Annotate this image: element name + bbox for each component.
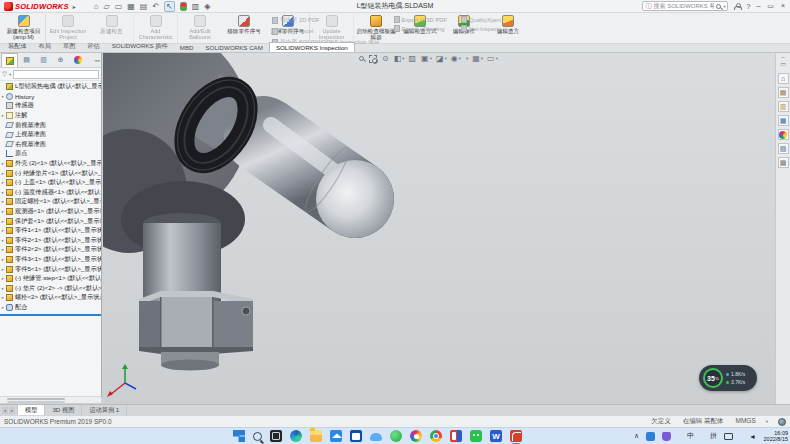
ribbon-button[interactable]: Add Characteristic [134, 14, 178, 43]
ribbon-tab[interactable]: 装配体 [2, 41, 33, 52]
ribbon-tab[interactable]: SOLIDWORKS Inspection [269, 42, 355, 52]
speed-ball-overlay[interactable]: 35% 1.8K/s 3.7K/s [699, 365, 757, 391]
minimize-button[interactable]: – [756, 2, 760, 10]
tree-item[interactable]: 右视基准面 [0, 140, 101, 150]
display-settings-icon[interactable]: ▥ [192, 2, 200, 11]
document-tab[interactable]: 运动算例 1 [82, 405, 127, 415]
tree-item[interactable]: ▸ (-) 绝缘管.step<1> (默认<<默认> [0, 274, 101, 284]
ribbon-tab[interactable]: 评估 [81, 41, 105, 52]
tree-item[interactable]: ▸ 保护套<1> (默认<<默认>_显示状 [0, 216, 101, 226]
tree-item[interactable]: 上视基准面 [0, 130, 101, 140]
previous-view-icon[interactable]: ⊙ [382, 54, 390, 63]
print-icon[interactable]: ▤ [140, 2, 148, 11]
file-explorer-icon[interactable]: ▥ [778, 101, 789, 112]
propertymanager-tab[interactable]: ▤ [18, 53, 35, 67]
tree-item[interactable]: L型铠装热电偶 (默认<默认_显示状态-1 [0, 82, 101, 92]
help-search-input[interactable]: ⓘ 搜索 SOLIDWORKS 帮助 ▾ [642, 1, 728, 11]
solidworks-resources-icon[interactable]: ⌂ [778, 73, 789, 84]
tree-item[interactable]: ▸ 配合 [0, 303, 101, 313]
select-cursor-icon[interactable]: ↖ [164, 1, 175, 12]
file-explorer-icon[interactable] [310, 430, 322, 442]
tree-item[interactable]: ▸ (-) 绝缘垫片<1> (默认<<默认>_显 [0, 168, 101, 178]
hide-show-items-icon[interactable]: ◉ ▾ [451, 54, 461, 63]
dimxpertmanager-tab[interactable]: ⊕ [52, 53, 69, 67]
start-button[interactable] [233, 430, 245, 442]
rollback-bar[interactable] [0, 314, 101, 316]
store-icon[interactable] [350, 430, 362, 442]
ribbon-button[interactable]: 移除零件序号 [222, 14, 266, 43]
status-globe-icon[interactable] [778, 418, 786, 426]
tab-scroll-arrow-icon[interactable]: ▸ [9, 407, 15, 414]
display-style-icon[interactable]: ◪ ▾ [436, 54, 447, 63]
task-view-button[interactable] [270, 430, 282, 442]
ribbon-tab[interactable]: MBD [174, 43, 200, 52]
ribbon-tab[interactable]: 布局 [33, 41, 57, 52]
ime-mode-indicator[interactable]: 拼 [701, 431, 717, 441]
edit-appearance-icon[interactable]: ▾ [465, 56, 468, 61]
tab-scroll-arrow-icon[interactable]: ◂ [2, 407, 8, 414]
filter-funnel-icon[interactable]: ▽ [2, 70, 7, 78]
pane-collapse-icon[interactable]: – [781, 55, 784, 60]
panel-horizontal-scrollbar[interactable] [0, 396, 101, 403]
app-logo[interactable]: SOLIDWORKS ▸ [0, 2, 80, 11]
tree-filter-input[interactable] [13, 70, 99, 79]
restore-button[interactable]: ▭ [767, 2, 774, 10]
3d-model[interactable] [103, 53, 775, 404]
tree-item[interactable]: ▸ 零件5<1> (默认<<默认>_显示状态 [0, 264, 101, 274]
design-library-icon[interactable]: ▤ [778, 87, 789, 98]
taskbar-clock[interactable]: 16:09 2022/8/15 [764, 430, 788, 443]
tree-item[interactable]: ▸ 零件1<1> (默认<<默认>_显示状态 [0, 226, 101, 236]
tray-app-blue-icon[interactable] [646, 432, 655, 441]
panel-tab-arrow-icon[interactable]: ▸ [98, 58, 100, 63]
view-settings-icon[interactable]: ▭ ▾ [487, 54, 498, 63]
ime-lang-indicator[interactable]: 中 [678, 431, 694, 441]
onedrive-icon[interactable] [370, 433, 382, 441]
apply-scene-icon[interactable]: ▦ ▾ [472, 54, 483, 63]
custom-properties-icon[interactable]: ▧ [778, 143, 789, 154]
configurationmanager-tab[interactable]: ▥ [35, 53, 52, 67]
tree-item[interactable]: 前视基准面 [0, 120, 101, 130]
zoom-fit-icon[interactable] [359, 56, 365, 61]
options-gear-icon[interactable]: ◈ [204, 2, 210, 11]
home-icon[interactable]: ⌂ [94, 2, 99, 11]
tree-item[interactable]: ▸ (-) 上盖<1> (默认<<默认>_显示状 [0, 178, 101, 188]
ribbon-button[interactable]: Add/Edit Balloons [178, 14, 222, 43]
tree-item[interactable]: ▸ 固定螺栓<1> (默认<<默认>_显示 [0, 197, 101, 207]
word-icon[interactable] [490, 430, 502, 442]
zoom-area-icon[interactable] [369, 55, 378, 63]
reader-app-icon[interactable] [450, 430, 462, 442]
tree-item[interactable]: ▸ 零件2<1> (默认<<默认>_显示状态 [0, 236, 101, 246]
section-view-icon[interactable]: ◧ ▾ [394, 54, 405, 63]
help-button[interactable]: ? [746, 3, 750, 10]
search-button[interactable] [253, 432, 262, 441]
tree-item[interactable]: ▸ (-) 垫片 (2)<2> -> (默认<<默认> [0, 283, 101, 293]
ribbon-tab[interactable]: SOLIDWORKS 插件 [106, 41, 174, 52]
view-palette-icon[interactable]: ▦ [778, 115, 789, 126]
solidworks-forum-icon[interactable]: ▩ [778, 157, 789, 168]
tree-item[interactable]: ▸ 螺栓<2> (默认<<默认>_显示状态 [0, 293, 101, 303]
tree-item[interactable]: ▸ 外壳 (2)<1> (默认<<默认>_显示状 [0, 159, 101, 169]
graphics-viewport[interactable]: ⊙ ◧ ▾ ▨ ▣ ▾ ◪ [103, 53, 775, 404]
cast-display-icon[interactable] [724, 432, 733, 440]
ribbon-button[interactable]: 新建检查项目(amp:M) [2, 14, 46, 43]
featuremanager-tree-tab[interactable] [1, 53, 18, 67]
ribbon-tab[interactable]: SOLIDWORKS CAM [199, 43, 268, 52]
chrome-icon[interactable] [430, 430, 442, 442]
tree-item[interactable]: ▸ 观测器<1> (默认<<默认>_显示状 [0, 207, 101, 217]
document-tab[interactable]: 3D 视图 [45, 405, 82, 415]
login-user-icon[interactable] [734, 3, 740, 10]
tree-item[interactable]: ▸ 注解 [0, 111, 101, 121]
panel-tab-scroll-arrows[interactable]: ◂▸ [94, 58, 101, 63]
pane-pin-icon[interactable]: ▭ [780, 62, 786, 67]
tree-item[interactable]: ▸ 零件3<1> (默认<<默认>_显示状态 [0, 255, 101, 265]
tree-item[interactable]: 原点 [0, 149, 101, 159]
close-button[interactable]: × [781, 2, 785, 10]
volume-icon[interactable]: ◄ [740, 432, 756, 441]
panel-tab-arrow-icon[interactable]: ◂ [94, 58, 96, 63]
undo-icon[interactable]: ↶ [152, 2, 159, 11]
view-orientation-icon[interactable]: ▣ ▾ [421, 54, 432, 63]
mail-icon[interactable] [330, 430, 342, 442]
edge-icon[interactable] [290, 430, 302, 442]
dynamic-annotation-icon[interactable]: ▨ [409, 54, 418, 63]
open-file-icon[interactable]: ▭ [115, 2, 123, 11]
